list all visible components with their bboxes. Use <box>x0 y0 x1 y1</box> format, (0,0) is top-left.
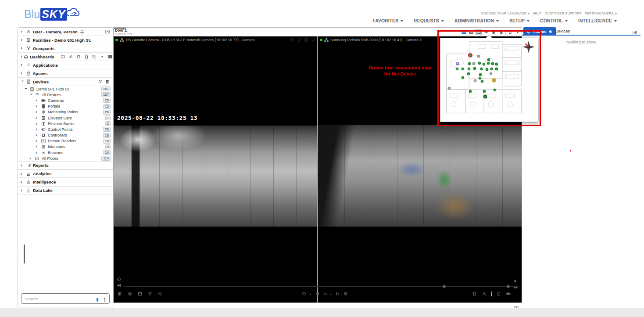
clip-icon[interactable] <box>496 291 501 296</box>
videocam-icon[interactable] <box>506 291 511 296</box>
device-marker-green[interactable] <box>495 63 498 66</box>
utility-link[interactable]: HELP <box>533 11 541 15</box>
chevron-icon[interactable] <box>29 94 33 97</box>
sidebar-item-facilities[interactable]: Facilities - Demo 501 High St. <box>18 36 113 44</box>
device-tree-row[interactable]: Monitoring Points 26 <box>18 109 113 115</box>
tab-devices[interactable]: Devices <box>555 29 570 33</box>
timeline-seekbar[interactable] <box>124 286 518 287</box>
nav-item[interactable]: REQUESTS <box>414 18 444 23</box>
move-icon[interactable] <box>290 38 294 42</box>
chevron-right-icon[interactable] <box>21 180 24 184</box>
device-tree-row[interactable]: Elevator Cars 7 <box>18 115 113 121</box>
hand-click-icon[interactable] <box>498 29 504 35</box>
person-small-icon[interactable] <box>482 291 487 296</box>
record-icon[interactable] <box>343 291 348 296</box>
chevron-right-icon[interactable] <box>21 164 24 167</box>
device-marker-gray[interactable] <box>448 87 451 90</box>
device-marker-green[interactable] <box>468 62 471 65</box>
chevron-right-icon[interactable] <box>21 189 24 192</box>
device-marker-red[interactable] <box>468 53 472 58</box>
chevron-icon[interactable] <box>29 157 33 160</box>
chevron-icon[interactable] <box>36 145 39 148</box>
map-icon[interactable] <box>476 29 482 35</box>
microphone-icon[interactable] <box>95 296 100 301</box>
device-marker-green[interactable] <box>490 68 494 71</box>
sidebar-item[interactable]: Analytics <box>18 169 113 178</box>
menu-icon[interactable] <box>105 79 110 84</box>
device-marker-greenring[interactable] <box>483 95 487 99</box>
chevron-right-icon[interactable] <box>21 63 24 67</box>
device-marker-green[interactable] <box>481 80 484 83</box>
user-icon[interactable] <box>68 54 73 59</box>
check-icon[interactable] <box>311 38 315 42</box>
camera-tile-1[interactable]: PB Favorite Camera - AXIS P1367-E Networ… <box>114 36 318 303</box>
nav-item[interactable]: CONTROL <box>540 18 568 23</box>
device-tree-row[interactable]: Portals 15 <box>18 104 113 109</box>
funnel-icon[interactable] <box>147 291 153 296</box>
brand-logo[interactable]: BluSKY <box>24 7 81 21</box>
chevron-right-icon[interactable] <box>21 47 24 50</box>
device-marker-green[interactable] <box>478 62 481 65</box>
device-marker-green[interactable] <box>486 68 489 71</box>
chevron-icon[interactable] <box>36 116 39 120</box>
more-options-icon[interactable] <box>103 296 106 301</box>
device-marker-green[interactable] <box>487 62 490 65</box>
handheld-icon[interactable] <box>490 29 497 35</box>
device-tree-row[interactable]: Controllers 18 <box>18 133 113 138</box>
chevron-right-icon[interactable] <box>21 172 24 176</box>
bell-icon[interactable] <box>79 29 85 34</box>
device-marker-green[interactable] <box>487 58 490 61</box>
device-tree-row[interactable]: All Devices 157 <box>18 92 113 97</box>
fast-forward-icon[interactable] <box>513 285 519 290</box>
nav-item[interactable]: INTELLIGENCE <box>578 18 617 23</box>
clip-icon[interactable] <box>472 291 477 296</box>
device-marker-green[interactable] <box>479 73 482 76</box>
menu-lines-icon[interactable] <box>117 291 122 296</box>
play-reverse-icon[interactable] <box>315 291 320 296</box>
device-marker-blue[interactable] <box>456 62 459 65</box>
utility-link[interactable]: CHOOSE YOUR LANGUAGE <box>481 11 530 15</box>
device-marker-green[interactable] <box>462 68 465 71</box>
speed-label[interactable]: 1x <box>323 292 327 296</box>
device-tree-row[interactable]: Intercoms 9 <box>18 144 113 150</box>
chevron-right-icon[interactable] <box>21 72 24 75</box>
utility-link[interactable]: CUSTOMER SUPPORT <box>545 11 582 15</box>
sidebar-item-occupants[interactable]: Occupants <box>18 44 113 53</box>
device-marker-green[interactable] <box>491 62 494 65</box>
chevron-icon[interactable] <box>36 99 39 102</box>
associated-map-popup[interactable] <box>440 38 538 122</box>
chevron-icon[interactable] <box>24 87 28 91</box>
device-marker-green[interactable] <box>483 90 486 93</box>
sidebar-item-applications[interactable]: Applications <box>18 61 113 69</box>
info-icon[interactable] <box>304 38 308 42</box>
device-tree-row[interactable]: Control Points 25 <box>18 126 113 132</box>
sidebar-item[interactable]: Reports <box>18 161 113 169</box>
device-marker-green[interactable] <box>468 68 471 71</box>
device-marker-yellow[interactable] <box>492 78 496 83</box>
display-blue-icon[interactable] <box>461 29 467 35</box>
skip-to-end-icon[interactable] <box>513 278 519 284</box>
chevron-down-icon[interactable] <box>310 294 311 296</box>
chevron-icon[interactable] <box>36 139 39 143</box>
device-marker-green[interactable] <box>480 68 483 71</box>
save-icon[interactable] <box>92 54 97 59</box>
device-marker-gray[interactable] <box>490 72 493 76</box>
device-tree-row[interactable]: Demo 501 High St. 157 <box>18 86 113 92</box>
chevron-icon[interactable] <box>36 151 39 155</box>
trash-icon[interactable] <box>76 54 81 59</box>
sidebar-item-dashboards[interactable]: Dashboards <box>18 53 113 61</box>
device-tree-row[interactable]: Cameras 25 <box>18 97 113 103</box>
sidebar-item-spaces[interactable]: Spaces <box>18 69 113 78</box>
device-tree-row[interactable]: Person Readers 18 <box>18 138 113 144</box>
grid-icon[interactable] <box>107 54 112 59</box>
device-tree-row[interactable]: All Floors 114 <box>18 155 113 161</box>
rewind-icon[interactable] <box>116 283 122 288</box>
chevron-icon[interactable] <box>36 104 39 108</box>
calendar-icon[interactable] <box>137 291 143 296</box>
document-icon[interactable] <box>84 54 89 59</box>
layout-icon[interactable] <box>468 29 474 35</box>
chevron-right-icon[interactable] <box>21 30 24 33</box>
chevron-down-icon[interactable] <box>330 294 332 296</box>
chevron-icon[interactable] <box>36 133 39 137</box>
chevron-icon[interactable] <box>36 122 39 126</box>
